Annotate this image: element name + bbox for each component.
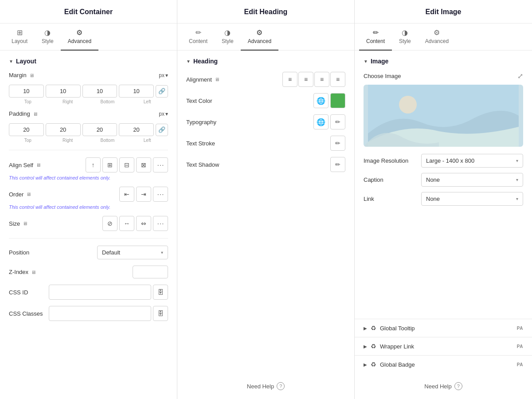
image-resolution-dropdown[interactable]: Large - 1400 x 800 ▾ bbox=[421, 154, 523, 168]
padding-left-input[interactable] bbox=[119, 123, 154, 136]
link-dropdown[interactable]: None ▾ bbox=[421, 192, 523, 206]
wrapper-link-pa-badge: PA bbox=[517, 344, 523, 349]
global-badge-header[interactable]: ▶ ♻ Global Badge PA bbox=[364, 361, 523, 368]
heading-need-help[interactable]: Need Help ? bbox=[177, 373, 354, 399]
margin-link-btn[interactable]: 🔗 bbox=[156, 85, 168, 98]
order-row: Order 🖥 ⇤ ⇥ ⋯ bbox=[9, 187, 168, 202]
heading-section-header[interactable]: ▼ Heading bbox=[186, 58, 345, 65]
css-id-input[interactable] bbox=[49, 285, 151, 300]
tab-advanced[interactable]: ⚙ Advanced bbox=[61, 24, 98, 51]
align-self-more-btn[interactable]: ⋯ bbox=[153, 157, 168, 172]
typography-control: 🌐 ✏ bbox=[226, 114, 345, 129]
panel-title-left: Edit Container bbox=[9, 8, 168, 16]
typography-row: Typography 🌐 ✏ bbox=[186, 114, 345, 129]
align-self-top-btn[interactable]: ↑ bbox=[86, 157, 101, 172]
z-index-row: Z-Index 🖥 bbox=[9, 266, 168, 278]
layout-section-header[interactable]: ▼ Layout bbox=[9, 58, 168, 65]
padding-link-btn[interactable]: 🔗 bbox=[156, 124, 168, 136]
heading-tab-advanced[interactable]: ⚙ Advanced bbox=[241, 24, 278, 51]
text-stroke-label: Text Stroke bbox=[186, 140, 226, 147]
text-color-swatch[interactable] bbox=[330, 93, 345, 108]
text-stroke-control: ✏ bbox=[226, 136, 345, 151]
position-arrow: ▾ bbox=[161, 250, 163, 255]
panel-header-right: Edit Image bbox=[355, 0, 532, 23]
order-end-btn[interactable]: ⇥ bbox=[136, 187, 151, 202]
css-classes-icon-btn[interactable]: 🗄 bbox=[153, 306, 168, 321]
link-label: Link bbox=[364, 196, 421, 202]
padding-unit-select[interactable]: px ▾ bbox=[159, 111, 168, 117]
text-stroke-buttons: ✏ bbox=[330, 136, 345, 151]
image-section-header[interactable]: ▼ Image bbox=[364, 58, 523, 65]
align-right-btn[interactable]: ≡ bbox=[314, 72, 329, 87]
text-shadow-edit-btn[interactable]: ✏ bbox=[330, 157, 345, 172]
size-buttons: ⊘ ↔ ⇔ ⋯ bbox=[102, 216, 168, 231]
typography-global-btn[interactable]: 🌐 bbox=[313, 114, 329, 129]
wrapper-link-header[interactable]: ▶ ♻ Wrapper Link PA bbox=[364, 343, 523, 350]
css-id-control: 🗄 bbox=[49, 285, 168, 300]
margin-unit-control: px ▾ bbox=[49, 72, 168, 78]
heading-tab-style[interactable]: ◑ Style bbox=[215, 24, 241, 51]
image-tab-content[interactable]: ✏ Content bbox=[359, 24, 392, 51]
link-arrow: ▾ bbox=[516, 196, 518, 201]
order-more-btn[interactable]: ⋯ bbox=[153, 187, 168, 202]
text-shadow-buttons: ✏ bbox=[330, 157, 345, 172]
resolution-arrow: ▾ bbox=[516, 158, 518, 163]
text-color-global-btn[interactable]: 🌐 bbox=[313, 93, 329, 108]
heading-style-icon: ◑ bbox=[224, 29, 231, 36]
padding-top-input[interactable] bbox=[9, 123, 44, 136]
heading-tab-content[interactable]: ✏ Content bbox=[182, 24, 215, 51]
global-tooltip-header[interactable]: ▶ ♻ Global Tooltip PA bbox=[364, 325, 523, 332]
size-fit-btn[interactable]: ↔ bbox=[119, 216, 134, 231]
align-left-btn[interactable]: ≡ bbox=[282, 72, 297, 87]
align-center-btn[interactable]: ≡ bbox=[298, 72, 313, 87]
image-tab-style[interactable]: ◑ Style bbox=[392, 24, 418, 51]
size-row: Size 🖥 ⊘ ↔ ⇔ ⋯ bbox=[9, 216, 168, 231]
style-icon: ◑ bbox=[44, 29, 51, 36]
caption-dropdown[interactable]: None ▾ bbox=[421, 173, 523, 187]
need-help-text-middle: Need Help bbox=[247, 383, 274, 390]
css-classes-input[interactable] bbox=[49, 306, 151, 321]
position-row: Position Default ▾ bbox=[9, 246, 168, 259]
order-control: ⇤ ⇥ ⋯ bbox=[49, 187, 168, 202]
size-fill-btn[interactable]: ⇔ bbox=[136, 216, 151, 231]
css-id-icon-btn[interactable]: 🗄 bbox=[153, 285, 168, 300]
align-justify-btn[interactable]: ≡ bbox=[330, 72, 345, 87]
margin-top-input[interactable] bbox=[9, 85, 44, 98]
image-preview[interactable] bbox=[364, 85, 523, 147]
size-more-btn[interactable]: ⋯ bbox=[153, 216, 168, 231]
wrapper-link-section: ▶ ♻ Wrapper Link PA bbox=[355, 337, 532, 355]
image-preview-svg bbox=[364, 85, 523, 147]
margin-left-input[interactable] bbox=[119, 85, 154, 98]
tab-style[interactable]: ◑ Style bbox=[35, 24, 61, 51]
image-tab-advanced[interactable]: ⚙ Advanced bbox=[418, 24, 456, 51]
text-stroke-edit-btn[interactable]: ✏ bbox=[330, 136, 345, 151]
position-dropdown[interactable]: Default ▾ bbox=[97, 246, 168, 259]
text-stroke-row: Text Stroke ✏ bbox=[186, 136, 345, 151]
image-need-help[interactable]: Need Help ? bbox=[355, 373, 532, 399]
margin-bottom-input[interactable] bbox=[82, 85, 117, 98]
heading-tab-style-label: Style bbox=[222, 38, 234, 44]
text-color-buttons: 🌐 bbox=[313, 93, 345, 108]
align-self-stretch-btn[interactable]: ⊠ bbox=[136, 157, 151, 172]
heading-chevron: ▼ bbox=[186, 59, 191, 64]
align-self-center-btn[interactable]: ⊞ bbox=[102, 157, 117, 172]
typography-edit-btn[interactable]: ✏ bbox=[330, 114, 345, 129]
heading-section-label: Heading bbox=[193, 58, 218, 65]
panel-header-middle: Edit Heading bbox=[177, 0, 354, 23]
margin-right-input[interactable] bbox=[46, 85, 81, 98]
padding-right-input[interactable] bbox=[46, 123, 81, 136]
margin-unit-select[interactable]: px ▾ bbox=[159, 72, 168, 78]
order-start-btn[interactable]: ⇤ bbox=[119, 187, 134, 202]
edit-container-panel: Edit Container ⊞ Layout ◑ Style ⚙ Advanc… bbox=[0, 0, 177, 399]
tab-layout[interactable]: ⊞ Layout bbox=[4, 24, 35, 51]
typography-label: Typography bbox=[186, 119, 226, 125]
align-self-bottom-btn[interactable]: ⊟ bbox=[119, 157, 134, 172]
panel-title-middle: Edit Heading bbox=[186, 8, 345, 16]
css-classes-control: 🗄 bbox=[49, 306, 168, 321]
edit-image-panel: Edit Image ✏ Content ◑ Style ⚙ Advanced … bbox=[355, 0, 532, 399]
expand-icon[interactable]: ⤢ bbox=[517, 72, 523, 80]
padding-bottom-input[interactable] bbox=[82, 123, 117, 136]
z-index-input[interactable] bbox=[133, 266, 168, 278]
size-none-btn[interactable]: ⊘ bbox=[102, 216, 117, 231]
z-index-control bbox=[49, 266, 168, 278]
